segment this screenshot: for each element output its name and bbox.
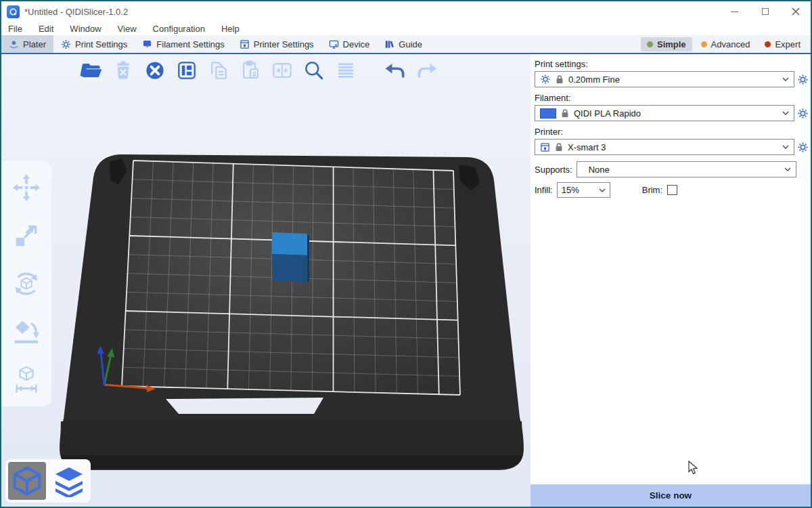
slice-now-button[interactable]: Slice now: [531, 484, 811, 507]
infill-label: Infill:: [535, 185, 553, 195]
print-settings-value: 0.20mm Fine: [568, 75, 777, 85]
menu-configuration[interactable]: Configuration: [153, 24, 205, 34]
move-button[interactable]: [11, 172, 42, 203]
menu-help[interactable]: Help: [221, 24, 240, 34]
delete-trash-icon: [111, 58, 135, 83]
menu-view[interactable]: View: [118, 24, 137, 34]
gear-icon: [797, 74, 809, 85]
model-cube: [272, 232, 309, 282]
delete-button[interactable]: [110, 58, 136, 83]
brim-checkbox[interactable]: [667, 185, 677, 195]
undo-button[interactable]: [382, 58, 408, 83]
minimize-icon: [731, 12, 738, 12]
copy-icon: [206, 58, 231, 83]
tabbar: Plater Print Settings Filament Settings …: [1, 35, 811, 54]
printer-edit-button[interactable]: [796, 142, 809, 153]
open-folder-icon: [79, 58, 104, 83]
menu-file[interactable]: File: [8, 24, 22, 34]
tab-filament-settings[interactable]: Filament Settings: [135, 35, 231, 53]
chevron-down-icon: [784, 167, 791, 171]
filament-select[interactable]: QIDI PLA Rapido: [535, 105, 794, 121]
place-on-face-button[interactable]: [11, 316, 42, 347]
filament-icon: [142, 39, 152, 49]
layer-list-button[interactable]: [333, 58, 359, 83]
open-button[interactable]: [78, 58, 104, 83]
printer-label: Printer:: [535, 127, 809, 137]
paste-icon: [238, 58, 263, 83]
top-toolbar: [78, 55, 440, 86]
tab-print-settings[interactable]: Print Settings: [53, 35, 135, 53]
print-settings-edit-button[interactable]: [796, 74, 809, 85]
redo-icon: [415, 58, 439, 83]
printer-select[interactable]: X-smart 3: [535, 139, 794, 155]
left-toolbar: [1, 161, 51, 406]
menubar: File Edit Window View Configuration Help: [1, 22, 811, 35]
mode-simple[interactable]: Simple: [641, 37, 692, 51]
delete-all-icon: [143, 58, 167, 83]
infill-select[interactable]: 15%: [557, 182, 610, 198]
arrange-button[interactable]: [174, 58, 200, 83]
split-button[interactable]: [269, 58, 295, 83]
copy-button[interactable]: [206, 58, 231, 83]
app-logo-icon: [7, 5, 20, 18]
lock-icon: [561, 108, 569, 118]
maximize-icon: [762, 8, 769, 15]
search-icon: [302, 58, 326, 83]
lock-icon: [556, 75, 564, 84]
window-title: *Untitled - QIDISlicer-1.0.2: [24, 7, 128, 17]
infill-value: 15%: [562, 185, 599, 195]
mouse-cursor: [688, 461, 698, 475]
tab-printer-settings[interactable]: Printer Settings: [232, 35, 321, 53]
measure-button[interactable]: [11, 364, 42, 396]
scale-button[interactable]: [11, 220, 42, 251]
layers-preview-icon: [53, 465, 85, 497]
close-button[interactable]: [780, 1, 811, 22]
supports-select[interactable]: None: [577, 161, 796, 177]
printer-value: X-smart 3: [568, 142, 777, 152]
app-window: *Untitled - QIDISlicer-1.0.2 File Edit W…: [0, 0, 812, 508]
titlebar: *Untitled - QIDISlicer-1.0.2: [1, 1, 811, 22]
supports-value: None: [589, 165, 780, 175]
move-icon: [12, 173, 41, 203]
filament-value: QIDI PLA Rapido: [574, 108, 777, 119]
menu-window[interactable]: Window: [70, 24, 101, 34]
supports-label: Supports:: [535, 165, 572, 175]
3d-view-cube-icon: [12, 465, 43, 496]
scale-icon: [12, 221, 41, 251]
advanced-dot-icon: [701, 41, 707, 47]
mode-advanced[interactable]: Advanced: [695, 37, 757, 51]
gear-icon: [797, 108, 809, 119]
tab-device[interactable]: Device: [321, 35, 378, 53]
arrange-icon: [175, 58, 199, 83]
tab-plater[interactable]: Plater: [1, 35, 53, 53]
print-settings-select[interactable]: 0.20mm Fine: [535, 71, 794, 87]
mode-expert[interactable]: Expert: [759, 37, 807, 51]
measure-icon: [12, 365, 41, 395]
panel-spacer: [531, 198, 811, 484]
split-icon: [270, 58, 294, 83]
filament-edit-button[interactable]: [796, 108, 809, 119]
minimize-button[interactable]: [719, 1, 750, 22]
view-switch: [5, 459, 91, 503]
brim-label: Brim:: [642, 185, 662, 195]
maximize-button[interactable]: [750, 1, 780, 22]
tab-guide[interactable]: Guide: [377, 35, 430, 53]
paste-button[interactable]: [238, 58, 263, 83]
rotate-button[interactable]: [11, 268, 42, 299]
chevron-down-icon: [782, 145, 789, 149]
menu-edit[interactable]: Edit: [39, 24, 53, 34]
simple-dot-icon: [647, 41, 653, 47]
guide-icon: [384, 39, 394, 49]
print-settings-label: Print settings:: [535, 59, 809, 69]
search-button[interactable]: [301, 58, 327, 83]
chevron-down-icon: [782, 77, 789, 81]
3d-viewport[interactable]: [1, 54, 531, 507]
redo-button[interactable]: [414, 58, 440, 83]
preview-layers-view-button[interactable]: [50, 462, 88, 500]
3d-editor-view-button[interactable]: [8, 462, 46, 500]
plater-icon: [9, 39, 19, 49]
expert-dot-icon: [765, 41, 771, 47]
print-bed-scene: [1, 54, 531, 507]
delete-all-button[interactable]: [142, 58, 168, 83]
printer-icon: [540, 142, 550, 152]
